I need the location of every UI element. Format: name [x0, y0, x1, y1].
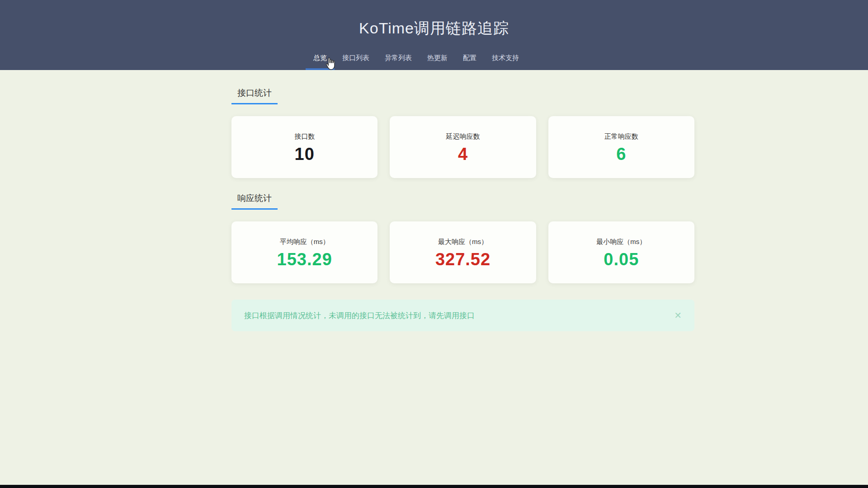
- stat-label: 平均响应（ms）: [231, 238, 377, 246]
- stat-value: 10: [231, 145, 377, 164]
- info-alert-text: 接口根据调用情况统计，未调用的接口无法被统计到，请先调用接口: [244, 310, 475, 321]
- kotime-overview-page: { "header": { "title": "KoTime调用链路追踪", "…: [0, 0, 868, 488]
- stat-card-min-response: 最小响应（ms） 0.05: [548, 221, 694, 283]
- stat-label: 最大响应（ms）: [390, 238, 536, 246]
- response-stats-cards: 平均响应（ms） 153.29 最大响应（ms） 327.52 最小响应（ms）…: [231, 221, 694, 283]
- section-title-response-stats: 响应统计: [231, 192, 278, 210]
- info-alert: 接口根据调用情况统计，未调用的接口无法被统计到，请先调用接口 ✕: [231, 300, 694, 331]
- stat-card-normal-responses: 正常响应数 6: [548, 116, 694, 178]
- stat-label: 最小响应（ms）: [548, 238, 694, 246]
- bottom-window-edge: [0, 485, 868, 488]
- nav-tab-tech-support[interactable]: 技术支持: [484, 47, 527, 70]
- nav-tab-overview[interactable]: 总览: [306, 47, 335, 70]
- api-stats-cards: 接口数 10 延迟响应数 4 正常响应数 6: [231, 116, 694, 178]
- app-header: KoTime调用链路追踪 总览 接口列表 异常列表 热更新 配置 技术支持: [0, 0, 868, 70]
- section-api-stats: 接口统计 接口数 10 延迟响应数 4 正常响应数 6: [231, 87, 694, 178]
- nav-tab-exception-list[interactable]: 异常列表: [377, 47, 420, 70]
- stat-card-delayed-responses: 延迟响应数 4: [390, 116, 536, 178]
- stat-card-api-count: 接口数 10: [231, 116, 377, 178]
- stat-value: 4: [390, 145, 536, 164]
- nav-tab-api-list[interactable]: 接口列表: [335, 47, 377, 70]
- main-nav: 总览 接口列表 异常列表 热更新 配置 技术支持: [306, 47, 527, 70]
- section-title-api-stats: 接口统计: [231, 87, 278, 104]
- main-content: 接口统计 接口数 10 延迟响应数 4 正常响应数 6 响应统计 平均响应（ms…: [231, 70, 694, 331]
- stat-value: 6: [548, 145, 694, 164]
- nav-tab-hot-update[interactable]: 热更新: [420, 47, 455, 70]
- nav-tab-config[interactable]: 配置: [455, 47, 484, 70]
- section-response-stats: 响应统计 平均响应（ms） 153.29 最大响应（ms） 327.52 最小响…: [231, 192, 694, 283]
- stat-label: 接口数: [231, 132, 377, 141]
- stat-value: 0.05: [548, 250, 694, 269]
- stat-label: 正常响应数: [548, 132, 694, 141]
- stat-value: 153.29: [231, 250, 377, 269]
- alert-close-icon[interactable]: ✕: [674, 311, 682, 320]
- stat-card-max-response: 最大响应（ms） 327.52: [390, 221, 536, 283]
- stat-card-avg-response: 平均响应（ms） 153.29: [231, 221, 377, 283]
- stat-value: 327.52: [390, 250, 536, 269]
- page-title: KoTime调用链路追踪: [0, 0, 868, 39]
- stat-label: 延迟响应数: [390, 132, 536, 141]
